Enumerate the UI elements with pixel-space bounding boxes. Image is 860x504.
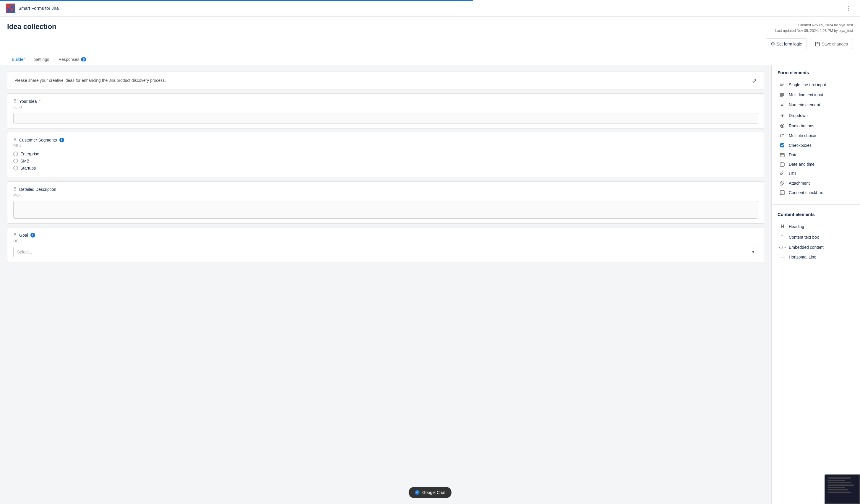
single-line-text-icon (779, 82, 786, 87)
select-preview-goal[interactable]: Select... ▾ (13, 247, 758, 257)
svg-rect-2 (8, 9, 10, 11)
svg-rect-3 (11, 9, 13, 11)
field-header-goal: ⠿ Goal i (13, 232, 758, 238)
multi-line-text-label: Multi-line text input (789, 92, 823, 97)
page-header: Idea collection Created Nov 05, 2024 by … (0, 16, 860, 49)
drag-handle-goal[interactable]: ⠿ (13, 232, 17, 238)
consent-checkbox-icon (779, 190, 786, 195)
edit-description-button[interactable] (750, 76, 759, 85)
svg-rect-13 (780, 134, 781, 135)
drag-handle-customer-segments[interactable]: ⠿ (13, 137, 17, 143)
multiple-choice-label: Multiple choice (789, 133, 816, 138)
required-indicator-your-idea: * (39, 99, 41, 103)
save-changes-button[interactable]: 💾 Save changes (810, 39, 853, 49)
radio-options-customer-segments: Enterprise SMB Startups (13, 152, 758, 171)
section-divider (772, 204, 860, 205)
panel-item-attachment[interactable]: Attachment (777, 178, 854, 188)
updated-meta: Last updated Nov 05, 2024, 1:28 PM by ol… (775, 28, 853, 34)
panel-item-url[interactable]: URL (777, 169, 854, 178)
panel-item-content-text-box[interactable]: " Content text box (777, 232, 854, 243)
form-elements-title: Form elements (777, 70, 854, 75)
google-chat-label: Google Chat (422, 490, 446, 495)
created-meta: Created Nov 05, 2024 by olya_test (775, 23, 853, 28)
info-icon-customer-segments[interactable]: i (59, 138, 64, 142)
dropdown-arrow-goal: ▾ (752, 250, 754, 254)
set-form-logic-button[interactable]: ⚙ Set form logic (766, 39, 807, 49)
more-options-button[interactable]: ⋮ (844, 3, 854, 13)
radio-option-enterprise: Enterprise (13, 152, 758, 156)
page-title: Idea collection (7, 23, 56, 31)
tab-settings[interactable]: Settings (30, 54, 54, 65)
content-elements-section: Content elements H Heading " Content tex… (772, 207, 860, 267)
panel-item-numeric[interactable]: # Numeric element (777, 100, 854, 110)
svg-rect-15 (780, 135, 781, 136)
form-elements-section: Form elements Single-line text input (772, 65, 860, 202)
panel-item-date-and-time[interactable]: Date and time (777, 160, 854, 169)
radio-label-enterprise: Enterprise (20, 152, 39, 156)
save-changes-label: Save changes (821, 42, 848, 46)
info-icon-goal[interactable]: i (30, 233, 35, 237)
panel-item-multi-line-text[interactable]: Multi-line text input (777, 90, 854, 100)
panel-item-date[interactable]: Date (777, 150, 854, 160)
panel-item-horizontal-line[interactable]: — Horizontal Line (777, 252, 854, 262)
field-id-customer-segments: RB-4 (13, 144, 758, 148)
field-card-your-idea: ⠿ Your Idea * SLI-3 (7, 93, 764, 129)
multi-line-text-icon (779, 92, 786, 98)
svg-point-12 (782, 125, 783, 127)
url-icon (779, 171, 786, 176)
embedded-content-label: Embedded content (789, 245, 823, 250)
panel-item-dropdown[interactable]: ▾ Dropdown (777, 110, 854, 121)
radio-circle-smb[interactable] (13, 159, 18, 163)
field-header-detailed-description: ⠿ Detailed Description (13, 186, 758, 192)
panel-item-multiple-choice[interactable]: Multiple choice (777, 131, 854, 141)
form-description-text: Please share your creative ideas for enh… (14, 77, 757, 84)
tab-builder[interactable]: Builder (7, 54, 30, 65)
field-label-your-idea: Your Idea (19, 99, 37, 104)
app-icon (6, 3, 15, 13)
radio-circle-enterprise[interactable] (13, 152, 18, 156)
panel-item-radio-buttons[interactable]: Radio buttons (777, 121, 854, 131)
field-id-goal: DD-9 (13, 239, 758, 243)
content-text-box-icon: " (779, 234, 786, 240)
topbar-left: Smart Forms for Jira (6, 3, 59, 13)
radio-circle-startups[interactable] (13, 166, 18, 171)
embedded-content-icon: </> (779, 245, 786, 250)
numeric-icon: # (779, 102, 786, 107)
checkboxes-icon (779, 143, 786, 148)
date-and-time-icon (779, 162, 786, 167)
radio-label-startups: Startups (20, 166, 36, 171)
field-label-goal: Goal (19, 233, 28, 237)
tab-responses[interactable]: Responses 5 (54, 54, 91, 65)
builder-area: Please share your creative ideas for enh… (0, 65, 771, 504)
preview-line-1 (828, 477, 851, 479)
page-content: Idea collection Created Nov 05, 2024 by … (0, 16, 860, 504)
field-card-goal: ⠿ Goal i DD-9 Select... ▾ (7, 227, 764, 262)
horizontal-line-icon: — (779, 254, 786, 260)
logic-icon: ⚙ (771, 41, 775, 47)
drag-handle-your-idea[interactable]: ⠿ (13, 98, 17, 104)
google-chat-bubble[interactable]: Google Chat (409, 487, 452, 498)
drag-handle-detailed-description[interactable]: ⠿ (13, 186, 17, 192)
radio-buttons-label: Radio buttons (789, 124, 814, 128)
panel-item-checkboxes[interactable]: Checkboxes (777, 141, 854, 150)
preview-line-3 (828, 482, 851, 483)
numeric-label: Numeric element (789, 102, 820, 107)
topbar: Smart Forms for Jira ⋮ (0, 0, 860, 16)
field-label-customer-segments: Customer Segments (19, 138, 57, 142)
panel-item-heading[interactable]: H Heading (777, 221, 854, 232)
progress-bar (0, 0, 473, 1)
field-header-your-idea: ⠿ Your Idea * (13, 98, 758, 104)
panel-item-embedded-content[interactable]: </> Embedded content (777, 243, 854, 252)
date-and-time-label: Date and time (789, 162, 815, 167)
dropdown-icon: ▾ (779, 112, 786, 119)
tab-builder-label: Builder (12, 57, 25, 62)
field-id-detailed-description: MLI-5 (13, 193, 758, 197)
preview-line-5 (828, 487, 845, 488)
panel-item-consent-checkbox[interactable]: Consent checkbox (777, 188, 854, 197)
panel-item-single-line-text[interactable]: Single-line text input (777, 80, 854, 90)
field-header-customer-segments: ⠿ Customer Segments i (13, 137, 758, 143)
date-label: Date (789, 153, 798, 157)
consent-checkbox-label: Consent checkbox (789, 190, 823, 195)
set-form-logic-label: Set form logic (777, 42, 802, 46)
main-area: Please share your creative ideas for enh… (0, 65, 860, 504)
